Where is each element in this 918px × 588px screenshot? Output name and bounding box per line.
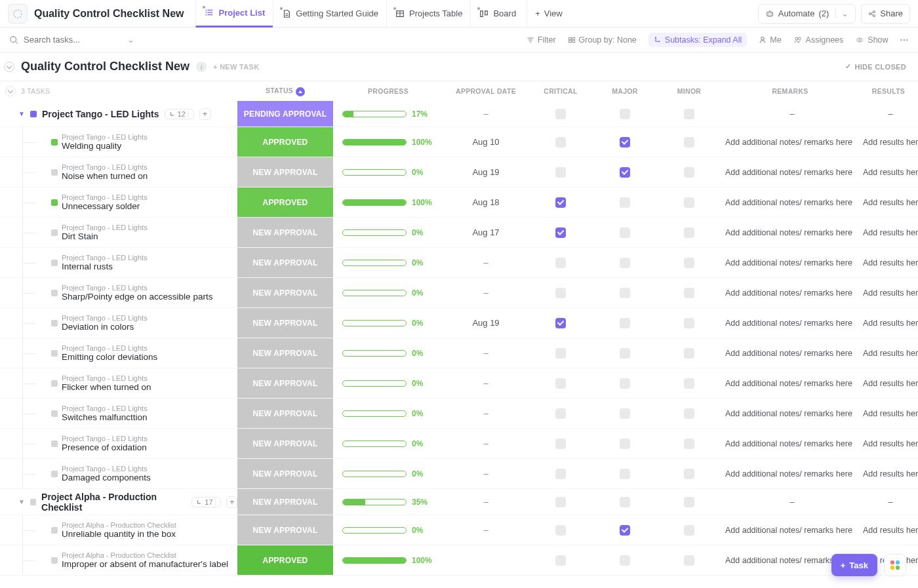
remarks-cell[interactable]: Add additional notes/ remarks here [721,439,859,448]
results-cell[interactable]: Add results here [859,526,918,535]
view-tab-projects-table[interactable]: Projects Table [386,0,470,28]
task-row[interactable]: Project Tango - LED LightsEmitting color… [0,338,918,368]
results-cell[interactable]: Add results here [859,228,918,237]
checkbox[interactable] [620,378,630,389]
status-cell[interactable]: NEW APPROVAL [237,157,333,187]
approval-date[interactable]: Aug 18 [443,197,529,207]
checkbox[interactable] [684,109,694,119]
status-cell[interactable]: APPROVED [237,545,333,575]
disclosure-icon[interactable]: ▼ [18,110,25,117]
checkbox[interactable] [620,109,630,119]
checkbox[interactable] [620,555,630,566]
approval-date[interactable]: – [443,378,529,388]
info-icon[interactable]: i [196,62,207,72]
checkbox[interactable] [684,378,694,389]
remarks-cell[interactable]: Add additional notes/ remarks here [721,228,859,237]
checkbox[interactable] [555,288,566,298]
results-cell[interactable]: Add results here [859,349,918,358]
checkbox[interactable] [555,197,566,208]
checkbox[interactable] [620,318,630,328]
results-cell[interactable]: Add results here [859,319,918,328]
checkbox[interactable] [684,525,694,536]
approval-date[interactable]: – [443,525,529,535]
checkbox[interactable] [620,258,630,268]
task-row[interactable]: Project Tango - LED LightsDirt StainNEW … [0,218,918,248]
checkbox[interactable] [684,408,694,419]
results-cell[interactable]: Add results here [859,409,918,418]
filter-button[interactable]: Filter [527,35,556,45]
task-row[interactable]: Project Tango - LED LightsSwitches malfu… [0,399,918,429]
checkbox[interactable] [684,348,694,359]
checkbox[interactable] [555,408,566,419]
approval-date[interactable]: – [443,497,529,507]
checkbox[interactable] [684,258,694,268]
apps-fab[interactable] [884,554,906,576]
checkbox[interactable] [620,227,630,238]
view-tab-project-list[interactable]: Project List [195,0,273,28]
checkbox[interactable] [620,137,630,147]
remarks-cell[interactable]: Add additional notes/ remarks here [721,409,859,418]
results-cell[interactable]: Add results here [859,138,918,147]
task-row[interactable]: Project Tango - LED LightsDamaged compon… [0,459,918,489]
approval-date[interactable]: – [443,348,529,358]
remarks-cell[interactable]: Add additional notes/ remarks here [721,168,859,177]
approval-date[interactable]: – [443,439,529,448]
status-cell[interactable]: NEW APPROVAL [237,429,333,458]
task-row[interactable]: Project Tango - LED LightsUnnecessary so… [0,187,918,218]
status-cell[interactable]: APPROVED [237,127,333,157]
subtask-count-badge[interactable]: 12 | [165,109,194,119]
results-cell[interactable]: Add results here [859,439,918,448]
task-row[interactable]: Project Alpha - Production ChecklistUnre… [0,515,918,545]
view-tab-board[interactable]: Board [470,0,524,28]
column-remarks[interactable]: REMARKS [721,87,859,95]
status-cell[interactable]: NEW APPROVAL [237,368,333,398]
results-cell[interactable]: Add results here [859,258,918,267]
results-cell[interactable]: Add results here [859,198,918,207]
results-cell[interactable]: Add results here [859,168,918,177]
groupby-button[interactable]: Group by: None [568,35,637,45]
approval-date[interactable]: Aug 19 [443,318,529,328]
checkbox[interactable] [620,525,630,536]
task-row[interactable]: Project Tango - LED LightsNoise when tur… [0,157,918,187]
checkbox[interactable] [620,439,630,449]
checkbox[interactable] [620,167,630,178]
new-task-fab[interactable]: + Task [831,554,877,576]
checkbox[interactable] [620,469,630,479]
disclosure-icon[interactable]: ▼ [18,498,25,505]
column-major[interactable]: MAJOR [593,87,657,95]
status-cell[interactable]: NEW APPROVAL [237,278,333,307]
remarks-cell[interactable]: Add additional notes/ remarks here [721,469,859,479]
status-cell[interactable]: NEW APPROVAL [237,515,333,545]
checkbox[interactable] [684,555,694,566]
subtasks-button[interactable]: Subtasks: Expand All [649,33,747,47]
results-cell[interactable]: Add results here [859,288,918,298]
checkbox[interactable] [620,497,630,507]
column-minor[interactable]: MINOR [657,87,721,95]
checkbox[interactable] [684,439,694,449]
results-cell[interactable]: Add results here [859,379,918,388]
more-menu-button[interactable]: ··· [900,35,909,45]
results-cell[interactable]: – [859,498,918,507]
task-row[interactable]: Project Tango - LED LightsInternal rusts… [0,248,918,278]
new-task-button[interactable]: + NEW TASK [213,63,259,71]
group-row[interactable]: ▼Project Alpha - Production Checklist17 … [0,489,918,515]
task-row[interactable]: Project Tango - LED LightsPresence of ox… [0,429,918,459]
column-results[interactable]: RESULTS [859,87,918,95]
group-row[interactable]: ▼Project Tango - LED Lights12 |+PENDING … [0,101,918,127]
remarks-cell[interactable]: Add additional notes/ remarks here [721,379,859,388]
checkbox[interactable] [684,318,694,328]
checkbox[interactable] [684,227,694,238]
approval-date[interactable]: Aug 17 [443,227,529,237]
checkbox[interactable] [555,167,566,178]
checkbox[interactable] [555,258,566,268]
checkbox[interactable] [684,167,694,178]
automate-button[interactable]: Automate (2) ⌄ [758,4,856,24]
checkbox[interactable] [555,439,566,449]
checkbox[interactable] [620,288,630,298]
status-cell[interactable]: NEW APPROVAL [237,399,333,428]
remarks-cell[interactable]: Add additional notes/ remarks here [721,319,859,328]
checkbox[interactable] [620,408,630,419]
remarks-cell[interactable]: Add additional notes/ remarks here [721,288,859,298]
status-cell[interactable]: NEW APPROVAL [237,338,333,368]
remarks-cell[interactable]: – [721,109,859,119]
